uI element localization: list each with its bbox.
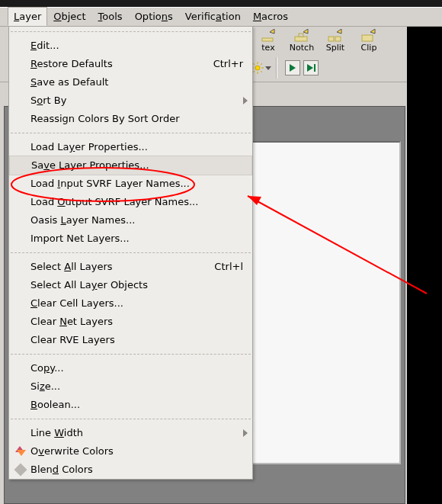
vertex-label: tex (261, 43, 274, 53)
clip-label: Clip (361, 43, 377, 53)
menu-clear-net-layers[interactable]: Clear Net Layers (9, 313, 252, 331)
overwrite-colors-icon (15, 446, 26, 457)
right-black-edge (407, 27, 442, 504)
svg-rect-2 (299, 34, 303, 37)
svg-rect-0 (262, 38, 273, 41)
menu-reassign-colors[interactable]: Reassign Colors By Sort Order (9, 110, 252, 128)
sun-dropdown-chevron[interactable] (265, 66, 271, 70)
blend-colors-icon (15, 464, 26, 475)
notch-icon (294, 29, 309, 43)
menu-edit[interactable]: Edit... (9, 37, 252, 55)
svg-line-12 (261, 71, 262, 72)
menu-boolean[interactable]: Boolean... (9, 396, 252, 414)
menubar: Layer Object Tools Options Verification … (0, 7, 442, 27)
menu-copy[interactable]: Copy... (9, 359, 252, 377)
chevron-right-icon (243, 97, 248, 104)
svg-rect-5 (362, 35, 373, 41)
menu-load-output-svrf[interactable]: Load Output SVRF Layer Names... (9, 193, 252, 211)
vertex-icon (261, 29, 276, 43)
svg-point-6 (255, 66, 260, 70)
menu-load-layer-props[interactable]: Load Layer Properties... (9, 138, 252, 156)
menu-select-all-layer-objects[interactable]: Select All Layer Objects (9, 276, 252, 294)
play-icon (290, 64, 296, 72)
play-button[interactable] (285, 60, 300, 75)
menu-restore-defaults[interactable]: Restore DefaultsCtrl+r (9, 55, 252, 73)
menu-oasis-layer-names[interactable]: Oasis Layer Names... (9, 211, 252, 230)
menu-save-layer-props[interactable]: Save Layer Properties... (9, 156, 252, 175)
menu-load-input-svrf[interactable]: Load Input SVRF Layer Names... (9, 175, 252, 193)
menu-object[interactable]: Object (47, 8, 91, 26)
svg-line-13 (261, 63, 262, 65)
svg-rect-4 (335, 37, 341, 41)
menu-options[interactable]: Options (129, 8, 179, 26)
menu-line-width[interactable]: Line Width (9, 424, 252, 442)
play-end-button[interactable] (303, 60, 319, 75)
window-titlebar (0, 0, 442, 7)
vertex-tool[interactable]: tex (251, 29, 285, 53)
notch-tool[interactable]: Notch (285, 29, 319, 53)
split-icon (328, 29, 343, 43)
sun-icon[interactable] (251, 62, 264, 74)
toolbar-separator (276, 57, 280, 79)
menu-sort-by[interactable]: Sort By (9, 91, 252, 110)
menu-tools[interactable]: Tools (92, 8, 129, 26)
accel-restore: Ctrl+r (213, 57, 243, 71)
play-end-icon (307, 64, 313, 72)
menu-layer[interactable]: Layer (8, 7, 47, 26)
clip-icon (361, 29, 376, 43)
menu-clear-cell-layers[interactable]: Clear Cell Layers... (9, 294, 252, 313)
svg-line-11 (253, 63, 255, 65)
menu-macros[interactable]: Macros (247, 8, 294, 26)
menu-blend-colors[interactable]: Blend Colors (9, 461, 252, 479)
notch-label: Notch (290, 43, 314, 53)
menu-select-all-layers[interactable]: Select All LayersCtrl+l (9, 258, 252, 276)
svg-line-14 (253, 71, 255, 72)
menu-verification[interactable]: Verification (179, 8, 247, 26)
menu-clear-rve-layers[interactable]: Clear RVE Layers (9, 331, 252, 349)
menu-import-net-layers[interactable]: Import Net Layers... (9, 230, 252, 248)
chevron-right-icon (243, 429, 248, 437)
menu-overwrite-colors[interactable]: Overwrite Colors (9, 442, 252, 461)
clip-tool[interactable]: Clip (352, 29, 386, 53)
split-tool[interactable]: Split (319, 29, 352, 53)
menu-save-as-default[interactable]: Save as Default (9, 73, 252, 91)
layer-dropdown: Edit... Restore DefaultsCtrl+r Save as D… (8, 26, 253, 480)
svg-rect-3 (328, 37, 334, 41)
menu-size[interactable]: Size... (9, 377, 252, 396)
accel-select-all: Ctrl+l (214, 260, 243, 274)
svg-rect-1 (295, 37, 307, 41)
split-label: Split (326, 43, 344, 53)
